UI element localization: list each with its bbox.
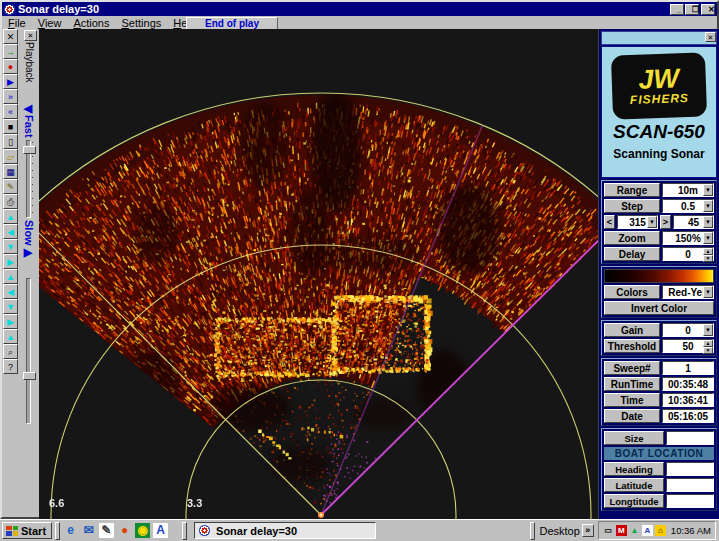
dropdown-arrow-icon[interactable]: ▼ [703, 286, 713, 298]
date-label-button[interactable]: Date [604, 409, 660, 423]
runtime-field[interactable]: 00:35:48 [662, 377, 714, 391]
gain-label-button[interactable]: Gain [604, 323, 660, 337]
delay-label-button[interactable]: Delay [604, 247, 660, 261]
pan-up-button[interactable]: ▲ [3, 209, 18, 224]
rewind-button[interactable]: « [3, 104, 18, 119]
step-label-button[interactable]: Step [604, 199, 660, 213]
date-field[interactable]: 05:16:05 [662, 409, 714, 423]
threshold-label-button[interactable]: Threshold [604, 339, 660, 353]
threshold-spinner[interactable]: ▲▼ [703, 340, 713, 352]
spin-up-icon[interactable]: ▲ [703, 248, 713, 255]
mail-icon[interactable]: ✉ [81, 523, 96, 538]
panel-close-button[interactable]: ✕ [705, 32, 716, 42]
longtitude-field[interactable] [666, 494, 714, 508]
pan-right-button[interactable]: ▶ [3, 254, 18, 269]
delay-spinner[interactable]: ▲▼ [703, 248, 713, 260]
heading-field[interactable] [666, 462, 714, 476]
time-label-button[interactable]: Time [604, 393, 660, 407]
write-document-icon[interactable]: ✎ [99, 523, 114, 538]
slider-thumb[interactable] [23, 372, 36, 380]
close-button[interactable]: ✕ [701, 4, 715, 15]
pan-right-2-button[interactable]: ▶ [3, 314, 18, 329]
sweep-number-field[interactable]: 1 [662, 361, 714, 375]
start-button[interactable]: Start [2, 522, 52, 539]
taskbar: Start e✉✎●◉A Sonar delay=30 Desktop » ▭M… [0, 519, 719, 541]
sweep-number-label-button[interactable]: Sweep# [604, 361, 660, 375]
pan-down-button[interactable]: ▼ [3, 239, 18, 254]
desktop-app-icon[interactable]: ◉ [135, 523, 150, 538]
menu-file[interactable]: File [2, 17, 32, 29]
pan-left-2-button[interactable]: ◀ [3, 284, 18, 299]
speed-slider[interactable] [21, 138, 37, 220]
dropdown-arrow-icon[interactable]: ▼ [703, 232, 713, 244]
spin-up-icon[interactable]: ▲ [703, 340, 713, 347]
minimize-button[interactable]: _ [670, 4, 684, 15]
menu-actions[interactable]: Actions [67, 17, 115, 29]
system-tray: ▭M▲A⌂ 10:36 AM [598, 521, 716, 540]
maximize-button[interactable]: ❐ [685, 4, 699, 15]
main-window: Sonar delay=30 _ ❐ ✕ File View Actions S… [0, 0, 719, 519]
colors-value[interactable]: Red-Yell▼ [662, 285, 714, 299]
task-button-sonar[interactable]: Sonar delay=30 [194, 522, 376, 539]
desktop-chevron-button[interactable]: » [582, 524, 594, 537]
menu-view[interactable]: View [32, 17, 68, 29]
palette-close-button[interactable]: ✕ [24, 30, 37, 41]
size-label-button[interactable]: Size [604, 431, 664, 445]
help-button[interactable]: ? [3, 359, 18, 374]
pan-down-2-button[interactable]: ▼ [3, 299, 18, 314]
sonar-display[interactable] [39, 29, 598, 519]
m-app-tray-icon: M [616, 525, 627, 536]
latitude-label-button[interactable]: Latitude [604, 478, 664, 492]
spin-down-icon[interactable]: ▼ [703, 347, 713, 354]
sweep-end-step-button[interactable]: > [660, 215, 671, 229]
position-slider[interactable] [21, 276, 37, 426]
spin-down-icon[interactable]: ▼ [703, 255, 713, 262]
sweep-start-value[interactable]: 315▼ [617, 215, 658, 229]
fast-forward-button[interactable]: » [3, 89, 18, 104]
longtitude-label-button[interactable]: Longtitude [604, 494, 664, 508]
zoom-tool-button[interactable]: ⌕ [3, 344, 18, 359]
open-folder-button[interactable]: ▱ [3, 149, 18, 164]
stop-button[interactable]: ■ [3, 119, 18, 134]
latitude-field[interactable] [666, 478, 714, 492]
time-field[interactable]: 10:36:41 [662, 393, 714, 407]
zoom-label-button[interactable]: Zoom [604, 231, 660, 245]
menu-settings[interactable]: Settings [116, 17, 168, 29]
dropdown-arrow-icon[interactable]: ▼ [703, 200, 713, 212]
heading-label-button[interactable]: Heading [604, 462, 664, 476]
close-toolbar-button[interactable]: ✕ [3, 29, 18, 44]
a-app-icon[interactable]: A [153, 523, 168, 538]
play-button[interactable]: ▶ [3, 74, 18, 89]
save-button[interactable]: ▦ [3, 164, 18, 179]
print-button[interactable]: ⎙ [3, 194, 18, 209]
delay-value[interactable]: 0▲▼ [662, 247, 714, 261]
pan-left-button[interactable]: ◀ [3, 224, 18, 239]
sweep-start-step-button[interactable]: < [604, 215, 615, 229]
dropdown-arrow-icon[interactable]: ▼ [703, 184, 713, 196]
invert-color-button[interactable]: Invert Color [604, 301, 714, 315]
threshold-value[interactable]: 50▲▼ [662, 339, 714, 353]
runtime-label-button[interactable]: RunTime [604, 377, 660, 391]
dropdown-arrow-icon[interactable]: ▼ [703, 324, 713, 336]
slider-thumb[interactable] [23, 146, 36, 154]
gain-value[interactable]: 0▼ [662, 323, 714, 337]
logo-brand-top: JW [611, 64, 706, 93]
edit-button[interactable]: ✎ [3, 179, 18, 194]
sweep-end-value[interactable]: 45▼ [673, 215, 714, 229]
zoom-value[interactable]: 150%▼ [662, 231, 714, 245]
pan-center-button[interactable]: ▲ [3, 329, 18, 344]
open-live-button[interactable]: → [3, 44, 18, 59]
range-value[interactable]: 10m▼ [662, 183, 714, 197]
colors-label-button[interactable]: Colors [604, 285, 660, 299]
size-field[interactable] [666, 431, 714, 445]
desktop-toolbar-label[interactable]: Desktop [540, 525, 580, 537]
dropdown-arrow-icon[interactable]: ▼ [703, 216, 713, 228]
dropdown-arrow-icon[interactable]: ▼ [647, 216, 657, 228]
new-file-button[interactable]: ▯ [3, 134, 18, 149]
media-sphere-icon[interactable]: ● [117, 523, 132, 538]
range-label-button[interactable]: Range [604, 183, 660, 197]
record-button[interactable]: ● [3, 59, 18, 74]
internet-explorer-icon[interactable]: e [63, 523, 78, 538]
step-value[interactable]: 0.5▼ [662, 199, 714, 213]
pan-up-2-button[interactable]: ▲ [3, 269, 18, 284]
